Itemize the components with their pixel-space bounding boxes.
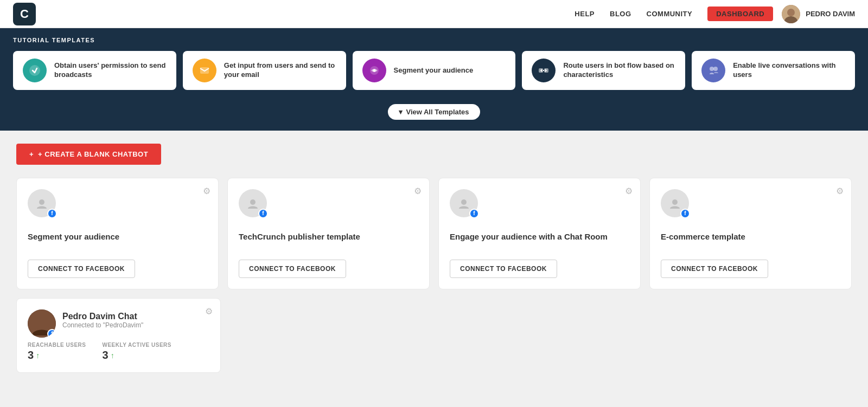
weekly-active-label: WEEKLY ACTIVE USERS <box>103 342 172 348</box>
tutorial-label: TUTORIAL TEMPLATES <box>13 37 855 43</box>
chevron-down-icon: ▾ <box>399 108 403 116</box>
gear-icon-2[interactable]: ⚙ <box>414 186 422 196</box>
connected-page-label: Connected to "PedroDavim" <box>62 321 143 329</box>
connect-facebook-button-4[interactable]: CONNECT TO FACEBOOK <box>661 260 768 278</box>
logo[interactable]: C <box>13 3 36 25</box>
bot-avatar-3: f <box>450 189 478 217</box>
fb-badge-2: f <box>258 209 268 218</box>
svg-point-9 <box>710 67 714 71</box>
tutorial-card-4[interactable]: Route users in bot flow based on charact… <box>522 51 685 90</box>
nav-help[interactable]: HELP <box>575 10 595 18</box>
bot-avatar-wrap-2: f <box>239 189 418 217</box>
view-all-button[interactable]: ▾ View All Templates <box>388 104 480 120</box>
create-btn-label: + CREATE A BLANK CHATBOT <box>38 150 148 158</box>
chatbot-card-2: ⚙ f TechCrunch publisher template CONNEC… <box>227 178 430 289</box>
tutorial-card-text-2: Get input from users and send to your em… <box>224 61 336 80</box>
chatbot-card-3: ⚙ f Engage your audience with a Chat Roo… <box>438 178 641 289</box>
user-area: PEDRO DAVIM <box>782 5 855 23</box>
create-blank-chatbot-button[interactable]: + + CREATE A BLANK CHATBOT <box>16 144 161 165</box>
svg-point-12 <box>39 199 44 205</box>
connect-facebook-button-1[interactable]: CONNECT TO FACEBOOK <box>28 260 135 278</box>
fb-badge-3: f <box>469 209 479 218</box>
reachable-users-stat: REACHABLE USERS 3 ↑ <box>28 342 86 361</box>
nav-community[interactable]: COMMUNITY <box>647 10 693 18</box>
plus-icon: + <box>29 150 34 158</box>
connected-chatbot-card: ⚙ f Pedro Davim Chat Connected to "Pedro… <box>16 298 221 373</box>
tutorial-card-text-4: Route users in bot flow based on charact… <box>563 61 675 80</box>
stats-row: REACHABLE USERS 3 ↑ WEEKLY ACTIVE USERS … <box>28 342 209 361</box>
bot-avatar-wrap-3: f <box>450 189 629 217</box>
chatbot-card-1: ⚙ f Segment your audience CONNECT TO FAC… <box>16 178 219 289</box>
nav-dashboard[interactable]: DASHBOARD <box>707 7 773 21</box>
reachable-users-value: 3 ↑ <box>28 349 86 361</box>
svg-point-10 <box>713 67 718 71</box>
tutorial-icon-5 <box>701 59 725 82</box>
gear-icon-3[interactable]: ⚙ <box>625 186 633 196</box>
view-all-label: View All Templates <box>406 108 469 116</box>
weekly-active-value: 3 ↑ <box>103 349 172 361</box>
tutorial-card-5[interactable]: Enable live conversations with users <box>692 51 855 90</box>
bot-avatar-2: f <box>239 189 267 217</box>
connect-facebook-button-3[interactable]: CONNECT TO FACEBOOK <box>450 260 557 278</box>
bot-avatar-1: f <box>28 189 56 217</box>
fb-badge-connected: f <box>47 329 56 338</box>
bot-name-3: Engage your audience with a Chat Room <box>450 225 629 249</box>
chatbot-grid: ⚙ f Segment your audience CONNECT TO FAC… <box>16 178 852 289</box>
nav-blog[interactable]: BLOG <box>610 10 631 18</box>
gear-icon-1[interactable]: ⚙ <box>203 186 210 196</box>
svg-point-16 <box>461 199 467 205</box>
fb-badge-4: f <box>680 209 690 218</box>
fb-badge-1: f <box>47 209 57 218</box>
avatar <box>782 5 800 23</box>
bot-name-2: TechCrunch publisher template <box>239 225 418 249</box>
header-nav: HELP BLOG COMMUNITY DASHBOARD <box>575 7 773 21</box>
tutorial-icon-4 <box>532 59 556 82</box>
tutorial-card-text-3: Segment your audience <box>394 66 474 75</box>
bot-avatar-wrap-4: f <box>661 189 840 217</box>
weekly-active-stat: WEEKLY ACTIVE USERS 3 ↑ <box>103 342 172 361</box>
connected-avatar: f <box>28 309 56 338</box>
tutorial-card-text-5: Enable live conversations with users <box>733 61 845 80</box>
tutorial-card-3[interactable]: Segment your audience <box>353 51 516 90</box>
gear-icon-4[interactable]: ⚙ <box>836 186 844 196</box>
connected-bot-name: Pedro Davim Chat <box>62 312 143 321</box>
tutorial-card-2[interactable]: Get input from users and send to your em… <box>183 51 346 90</box>
chatbot-card-4: ⚙ f E-commerce template CONNECT TO FACEB… <box>649 178 852 289</box>
connected-info: Pedro Davim Chat Connected to "PedroDavi… <box>62 312 143 338</box>
reachable-arrow-icon: ↑ <box>36 351 40 360</box>
tutorial-cards: Obtain users' permission to send broadca… <box>13 51 855 90</box>
header: C HELP BLOG COMMUNITY DASHBOARD PEDRO DA… <box>0 0 868 28</box>
tutorial-icon-3 <box>362 59 386 82</box>
connect-facebook-button-2[interactable]: CONNECT TO FACEBOOK <box>239 260 346 278</box>
svg-point-3 <box>29 65 40 76</box>
bot-name-4: E-commerce template <box>661 225 840 249</box>
user-name: PEDRO DAVIM <box>806 10 855 18</box>
svg-point-18 <box>672 199 678 205</box>
weekly-arrow-icon: ↑ <box>111 351 114 360</box>
svg-point-1 <box>787 9 795 16</box>
tutorial-bar: TUTORIAL TEMPLATES Obtain users' permiss… <box>0 28 868 131</box>
tutorial-card-1[interactable]: Obtain users' permission to send broadca… <box>13 51 176 90</box>
svg-point-6 <box>373 69 375 72</box>
second-row: ⚙ f Pedro Davim Chat Connected to "Pedro… <box>16 298 852 373</box>
tutorial-card-text-1: Obtain users' permission to send broadca… <box>54 61 167 80</box>
connected-avatar-row: f Pedro Davim Chat Connected to "PedroDa… <box>28 309 209 338</box>
main-content: + + CREATE A BLANK CHATBOT ⚙ f Segmen <box>0 131 868 386</box>
bot-avatar-wrap-1: f <box>28 189 207 217</box>
tutorial-icon-2 <box>193 59 216 82</box>
reachable-users-label: REACHABLE USERS <box>28 342 86 348</box>
tutorial-icon-1 <box>23 59 47 82</box>
svg-point-14 <box>250 199 256 205</box>
bot-avatar-4: f <box>661 189 689 217</box>
bot-name-1: Segment your audience <box>28 225 207 249</box>
gear-icon-connected[interactable]: ⚙ <box>205 306 213 316</box>
